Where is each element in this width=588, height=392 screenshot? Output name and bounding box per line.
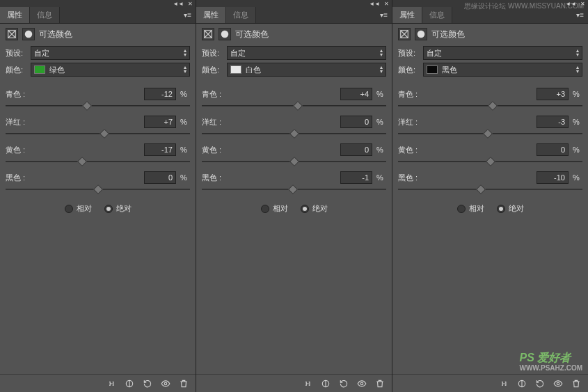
magenta-slider[interactable] <box>398 130 582 139</box>
color-select[interactable]: 绿色 ▴▾ <box>31 63 190 77</box>
mask-icon <box>218 28 231 40</box>
magenta-slider-thumb[interactable] <box>289 129 299 139</box>
view-previous-button[interactable] <box>122 377 137 390</box>
delete-button[interactable] <box>176 377 191 390</box>
tab-info[interactable]: 信息 <box>30 7 60 23</box>
color-select[interactable]: 黑色 ▴▾ <box>423 63 582 77</box>
cyan-slider-thumb[interactable] <box>488 101 498 111</box>
radio-relative[interactable]: 相对 <box>261 203 288 214</box>
cyan-slider[interactable] <box>6 102 190 111</box>
black-value-input[interactable] <box>340 171 372 184</box>
clip-to-layer-button[interactable] <box>496 377 511 390</box>
magenta-label: 洋红 : <box>202 117 237 127</box>
black-label: 黑色 : <box>6 173 40 183</box>
toggle-visibility-button[interactable] <box>158 377 173 390</box>
adjustment-icon <box>398 28 411 40</box>
properties-panel-2: ◄◄ ✕ 属性 信息 ▾≡ 可选颜色 预设: 自定 ▴▾ 颜色: <box>392 0 588 392</box>
panel-collapse-bar[interactable]: ◄◄ ✕ <box>196 0 392 7</box>
updown-icon: ▴▾ <box>576 49 579 57</box>
svg-point-11 <box>557 382 559 385</box>
radio-absolute[interactable]: 绝对 <box>301 203 328 214</box>
panel-collapse-bar[interactable]: ◄◄ ✕ <box>0 0 196 7</box>
yellow-value-input[interactable] <box>144 143 176 156</box>
panel-footer <box>392 374 588 392</box>
clip-to-layer-button[interactable] <box>300 377 315 390</box>
black-label: 黑色 : <box>202 173 237 183</box>
yellow-value-input[interactable] <box>537 143 569 156</box>
yellow-slider-thumb[interactable] <box>77 157 87 166</box>
view-previous-button[interactable] <box>318 377 333 390</box>
black-slider[interactable] <box>398 185 582 195</box>
tab-properties[interactable]: 属性 <box>0 7 30 23</box>
magenta-value-input[interactable] <box>144 116 176 128</box>
cyan-label: 青色 : <box>398 89 433 100</box>
cyan-value-input[interactable] <box>144 88 176 100</box>
delete-button[interactable] <box>569 377 584 390</box>
close-icon[interactable]: ✕ <box>384 1 389 7</box>
percent-label: % <box>376 90 386 98</box>
magenta-slider[interactable] <box>202 130 386 139</box>
updown-icon: ▴▾ <box>184 65 186 74</box>
cyan-value-input[interactable] <box>537 88 569 100</box>
tab-info[interactable]: 信息 <box>422 7 452 23</box>
color-select[interactable]: 白色 ▴▾ <box>227 63 386 77</box>
panel-menu-icon[interactable]: ▾≡ <box>572 11 588 19</box>
updown-icon: ▴▾ <box>380 49 383 57</box>
magenta-slider-thumb[interactable] <box>482 129 492 139</box>
black-slider[interactable] <box>6 185 190 195</box>
cyan-slider[interactable] <box>202 102 386 111</box>
black-value-input[interactable] <box>537 171 569 184</box>
toggle-visibility-button[interactable] <box>550 377 566 390</box>
yellow-slider[interactable] <box>202 157 386 167</box>
clip-to-layer-button[interactable] <box>104 377 119 390</box>
radio-dot <box>457 205 466 213</box>
preset-select[interactable]: 自定 ▴▾ <box>31 46 190 60</box>
magenta-label: 洋红 : <box>398 117 433 127</box>
color-swatch <box>34 65 45 74</box>
yellow-slider-thumb[interactable] <box>289 157 299 166</box>
black-slider[interactable] <box>202 185 386 195</box>
color-label: 颜色: <box>202 65 227 75</box>
chevron-left-icon: ◄◄ <box>369 1 380 7</box>
magenta-value-input[interactable] <box>340 116 372 128</box>
tab-properties[interactable]: 属性 <box>196 7 226 23</box>
black-value-input[interactable] <box>144 171 176 184</box>
panel-menu-icon[interactable]: ▾≡ <box>376 11 392 19</box>
yellow-slider-thumb[interactable] <box>485 157 495 166</box>
tab-info[interactable]: 信息 <box>226 7 256 23</box>
watermark-top: 思缘设计论坛 WWW.MISSYUAN.COM <box>464 1 584 11</box>
toggle-visibility-button[interactable] <box>354 377 370 390</box>
yellow-slider[interactable] <box>6 157 190 167</box>
radio-relative[interactable]: 相对 <box>65 203 92 214</box>
view-previous-button[interactable] <box>514 377 530 390</box>
cyan-value-input[interactable] <box>340 88 372 100</box>
cyan-slider[interactable] <box>398 102 582 111</box>
radio-absolute[interactable]: 绝对 <box>104 203 132 214</box>
panel-body: 可选颜色 预设: 自定 ▴▾ 颜色: 白色 ▴▾ 青色 : <box>196 24 392 374</box>
yellow-slider[interactable] <box>398 157 582 167</box>
preset-select[interactable]: 自定 ▴▾ <box>227 46 386 60</box>
magenta-slider-thumb[interactable] <box>100 129 109 139</box>
cyan-slider-thumb[interactable] <box>82 101 92 111</box>
magenta-slider[interactable] <box>6 130 190 139</box>
black-slider-thumb[interactable] <box>93 185 102 194</box>
radio-absolute[interactable]: 绝对 <box>497 203 524 214</box>
black-slider-thumb[interactable] <box>476 185 486 194</box>
delete-button[interactable] <box>372 377 388 390</box>
magenta-value-input[interactable] <box>537 116 569 128</box>
preset-select[interactable]: 自定 ▴▾ <box>423 46 582 60</box>
black-slider-thumb[interactable] <box>288 185 298 194</box>
radio-relative[interactable]: 相对 <box>457 203 484 214</box>
reset-button[interactable] <box>532 377 548 390</box>
panel-menu-icon[interactable]: ▾≡ <box>180 11 196 19</box>
cyan-slider-thumb[interactable] <box>293 101 303 111</box>
close-icon[interactable]: ✕ <box>188 1 193 7</box>
tab-properties[interactable]: 属性 <box>392 7 422 23</box>
reset-button[interactable] <box>336 377 351 390</box>
reset-button[interactable] <box>140 377 155 390</box>
panel-footer <box>0 374 196 392</box>
percent-label: % <box>376 146 386 154</box>
color-label: 颜色: <box>6 65 31 75</box>
color-name: 黑色 <box>442 65 457 75</box>
yellow-value-input[interactable] <box>340 143 372 156</box>
